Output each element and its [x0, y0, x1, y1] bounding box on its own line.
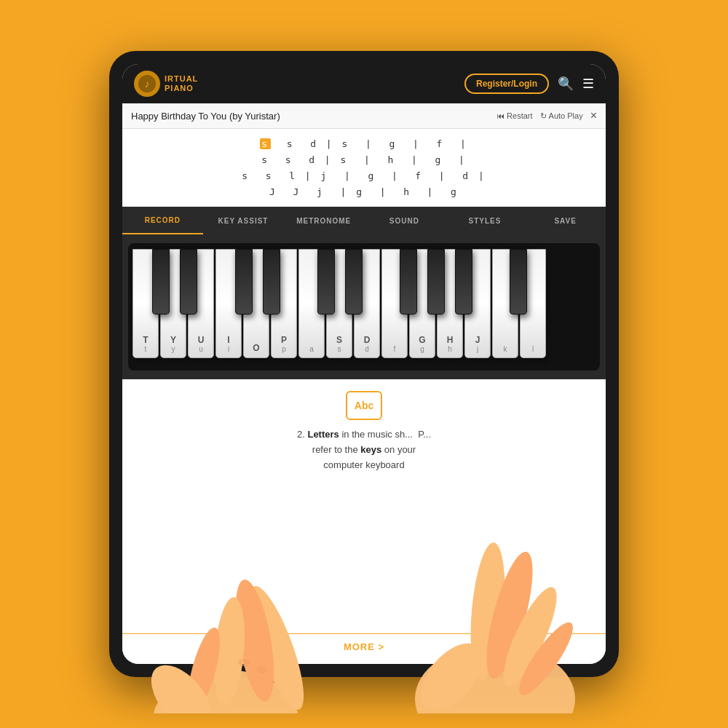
abc-icon: Abc — [346, 391, 382, 420]
toolbar: RECORD KEY ASSIST METRONOME SOUND STYLES… — [122, 207, 606, 234]
piano-key-D[interactable]: D d — [354, 249, 380, 358]
toolbar-save[interactable]: SAVE — [525, 207, 606, 234]
svg-text:♪: ♪ — [145, 78, 150, 90]
piano-key-I[interactable]: I i — [215, 249, 242, 358]
song-title: Happy Birthday To You (by Yuristar) — [131, 111, 280, 122]
song-controls: ⏮ Restart ↻ Auto Play × — [496, 109, 597, 122]
sheet-line-4: J J j | g | h | g — [122, 184, 606, 200]
header-right: Register/Login 🔍 ☰ — [464, 74, 594, 94]
menu-icon[interactable]: ☰ — [582, 76, 594, 92]
toolbar-key-assist[interactable]: KEY ASSIST — [203, 207, 284, 234]
piano-key-T[interactable]: T t — [132, 249, 159, 358]
tablet: ♪ IRTUAL PIANO Register/Login 🔍 ☰ Happy … — [109, 51, 619, 677]
sheet-line-3: s s l | j | g | f | d | — [122, 168, 606, 184]
piano-key-G[interactable]: G g — [409, 249, 435, 358]
piano-key-L[interactable]: l — [520, 249, 546, 358]
toolbar-metronome[interactable]: METRONOME — [283, 207, 364, 234]
close-button[interactable]: × — [590, 109, 597, 122]
piano-key-F[interactable]: f — [381, 249, 408, 358]
sheet-line-1: s s d | s | g | f | — [122, 136, 606, 152]
toolbar-sound[interactable]: SOUND — [364, 207, 445, 234]
piano-keys: T t Y y U u I i — [131, 249, 597, 371]
toolbar-record[interactable]: RECORD — [122, 207, 203, 234]
logo-area: ♪ IRTUAL PIANO — [134, 71, 198, 97]
piano-key-O[interactable]: O — [243, 249, 269, 358]
piano-key-K[interactable]: k — [492, 249, 518, 358]
piano-key-H[interactable]: H h — [437, 249, 463, 358]
autoplay-button[interactable]: ↻ Auto Play — [540, 111, 583, 121]
register-login-button[interactable]: Register/Login — [464, 74, 549, 94]
logo-icon: ♪ — [134, 71, 160, 97]
piano-key-J[interactable]: J j — [464, 249, 491, 358]
toolbar-styles[interactable]: STYLES — [445, 207, 526, 234]
piano-key-A[interactable]: a — [298, 249, 325, 358]
search-icon[interactable]: 🔍 — [558, 76, 574, 92]
more-link[interactable]: MORE > — [122, 633, 606, 652]
highlighted-note: s — [260, 138, 271, 149]
bottom-info-area: Abc 2. Letters in the music sh... P... r… — [122, 379, 606, 664]
logo-text: IRTUAL PIANO — [165, 74, 198, 93]
sheet-line-2: s s d | s | h | g | — [122, 152, 606, 168]
restart-button[interactable]: ⏮ Restart — [496, 111, 532, 120]
header: ♪ IRTUAL PIANO Register/Login 🔍 ☰ — [122, 64, 606, 103]
piano-container: T t Y y U u I i — [122, 234, 606, 379]
song-bar: Happy Birthday To You (by Yuristar) ⏮ Re… — [122, 103, 606, 129]
info-text: 2. Letters in the music sh... P... refer… — [297, 427, 431, 472]
piano-key-U[interactable]: U u — [188, 249, 214, 358]
piano-key-S[interactable]: S s — [326, 249, 352, 358]
sheet-area: s s d | s | g | f | s s d | s | h | g | … — [122, 129, 606, 207]
tablet-screen: ♪ IRTUAL PIANO Register/Login 🔍 ☰ Happy … — [122, 64, 606, 664]
piano-key-P[interactable]: P p — [271, 249, 297, 358]
piano-key-Y[interactable]: Y y — [160, 249, 186, 358]
